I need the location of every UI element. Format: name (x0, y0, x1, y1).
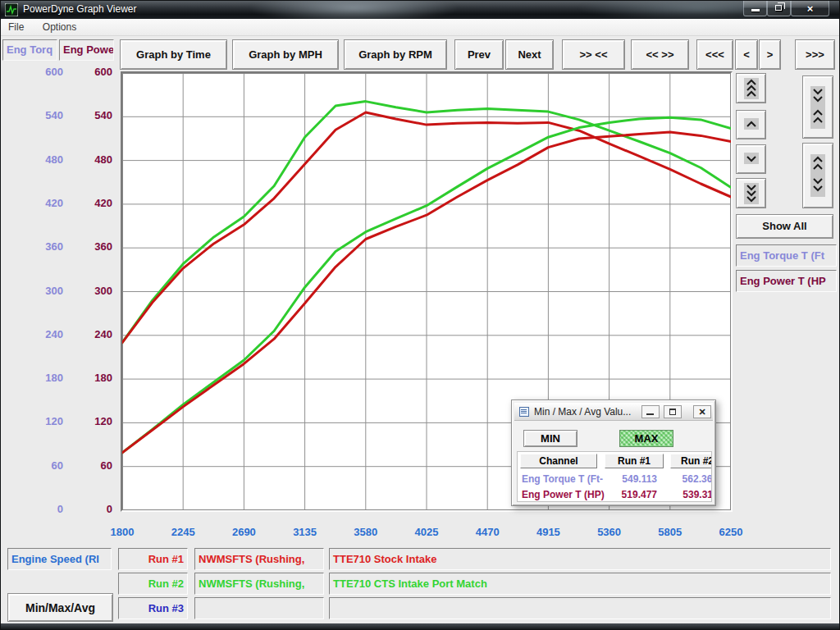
minimize-icon (751, 9, 760, 11)
y-tick-torque-540: 540 (25, 109, 63, 121)
x-tick-1800: 1800 (98, 526, 147, 538)
table-cell-value: 549.113 (606, 473, 657, 485)
run-desc-1[interactable]: TTE710 Stock Intake (329, 548, 831, 570)
minimize-button[interactable] (743, 1, 767, 16)
x-tick-2245: 2245 (158, 526, 208, 538)
collapse-vertical-icon (810, 86, 825, 129)
x-tick-2690: 2690 (219, 526, 268, 538)
restore-button[interactable] (767, 1, 791, 16)
x-tick-4470: 4470 (463, 526, 512, 538)
power-channel-label[interactable]: Eng Power T (HP (736, 270, 837, 292)
minimize-icon (646, 413, 654, 415)
y-tick-torque-600: 600 (25, 66, 63, 78)
engine-speed-channel-box[interactable]: Engine Speed (RI (7, 548, 112, 570)
close-icon: ✕ (698, 407, 705, 417)
toolbar-button-nav[interactable]: << >> (631, 39, 689, 70)
minmax-avg-button[interactable]: Min/Max/Avg (7, 593, 113, 622)
titlebar[interactable]: PowerDyne Graph Viewer × (1, 1, 839, 19)
dialog-title: Min / Max / Avg Valu... (534, 406, 631, 418)
y-tick-power-60: 60 (75, 459, 112, 472)
toolbar-button-nav[interactable]: >>> (795, 39, 835, 70)
run-dyno-2[interactable]: NWMSFTS (Rushing, (194, 573, 324, 595)
column-header-channel[interactable]: Channel (520, 454, 597, 468)
y-tick-torque-0: 0 (25, 503, 63, 515)
run-dyno-1[interactable]: NWMSFTS (Rushing, (194, 548, 324, 570)
close-icon: × (807, 2, 814, 15)
y-tick-power-600: 600 (75, 66, 112, 78)
toolbar-button-graph-by-time[interactable]: Graph by Time (120, 39, 227, 70)
chevron-down-icon (744, 153, 759, 164)
close-button[interactable]: × (791, 1, 829, 16)
run-dyno-3[interactable] (194, 597, 324, 619)
y-tick-torque-120: 120 (25, 415, 63, 427)
scale-up-fast-button[interactable] (736, 73, 766, 103)
min-toggle-button[interactable]: MIN (523, 430, 578, 447)
menubar: File Options (1, 19, 839, 36)
show-all-button[interactable]: Show All (736, 214, 833, 239)
aero-glass-highlight (247, 1, 460, 19)
column-header-run2[interactable]: Run #2 (670, 454, 712, 468)
table-cell-channel: Eng Power T (HP) (522, 489, 605, 500)
chevron-triple-up-icon (744, 78, 759, 99)
minmax-dialog[interactable]: Min / Max / Avg Valu... ✕ MIN MAX Channe… (511, 399, 716, 506)
x-tick-3580: 3580 (341, 526, 390, 538)
channel-button-eng-power[interactable]: Eng Powe (59, 39, 114, 61)
menu-options[interactable]: Options (35, 19, 84, 35)
channel-button-eng-torque[interactable]: Eng Torq (2, 39, 57, 61)
y-tick-power-180: 180 (75, 372, 112, 384)
y-tick-torque-300: 300 (25, 285, 63, 297)
toolbar-button-prev[interactable]: Prev (454, 39, 504, 70)
y-tick-power-540: 540 (75, 109, 112, 121)
scale-up-button[interactable] (736, 110, 766, 139)
restore-icon (775, 5, 782, 11)
minmax-dialog-titlebar[interactable]: Min / Max / Avg Valu... ✕ (514, 403, 713, 421)
window-title: PowerDyne Graph Viewer (23, 3, 137, 15)
y-tick-torque-360: 360 (25, 240, 63, 253)
toolbar-button-graph-by-rpm[interactable]: Graph by RPM (344, 39, 447, 70)
scale-down-fast-button[interactable] (736, 178, 766, 208)
toolbar-button-nav[interactable]: <<< (696, 39, 733, 70)
dialog-close-button[interactable]: ✕ (693, 405, 711, 418)
chevron-triple-down-icon (744, 183, 759, 204)
table-cell-value: 519.477 (606, 489, 657, 500)
y-tick-torque-240: 240 (25, 328, 63, 340)
y-tick-power-120: 120 (75, 415, 112, 427)
x-tick-4025: 4025 (402, 526, 451, 538)
toolbar-button-nav[interactable]: >> << (562, 39, 625, 70)
app-icon (5, 3, 18, 16)
y-tick-torque-60: 60 (25, 459, 63, 472)
table-cell-value: 562.362 (670, 473, 712, 485)
y-tick-power-420: 420 (75, 197, 112, 209)
expand-vertical-icon (810, 154, 825, 197)
run-desc-2[interactable]: TTE710 CTS Intake Port Match (329, 573, 831, 595)
run-label-1[interactable]: Run #1 (118, 548, 188, 570)
toolbar-button-nav[interactable]: > (759, 39, 781, 70)
table-cell-channel: Eng Torque T (Ft- (522, 473, 603, 485)
y-tick-torque-420: 420 (25, 197, 63, 209)
expand-scale-button[interactable] (802, 143, 833, 208)
x-tick-6250: 6250 (706, 526, 756, 538)
collapse-scale-button[interactable] (802, 75, 833, 139)
torque-channel-label[interactable]: Eng Torque T (Ft (736, 244, 837, 267)
window-bottom-border (1, 623, 839, 629)
run-label-3[interactable]: Run #3 (118, 597, 188, 619)
dialog-icon (519, 407, 529, 417)
x-tick-3135: 3135 (281, 526, 330, 538)
max-toggle-button[interactable]: MAX (619, 430, 673, 447)
x-tick-5360: 5360 (585, 526, 634, 538)
y-tick-power-0: 0 (75, 503, 112, 515)
menu-file[interactable]: File (1, 19, 31, 35)
toolbar-button-graph-by-mph[interactable]: Graph by MPH (232, 39, 339, 70)
y-tick-power-480: 480 (75, 153, 112, 166)
dialog-minimize-button[interactable] (641, 405, 660, 418)
scale-down-button[interactable] (736, 144, 766, 174)
run-label-2[interactable]: Run #2 (118, 573, 188, 595)
dialog-maximize-button[interactable] (664, 405, 682, 418)
y-tick-power-360: 360 (75, 240, 112, 253)
toolbar-button-next[interactable]: Next (505, 39, 554, 70)
powerdyne-window: PowerDyne Graph Viewer × File Options En… (0, 0, 840, 630)
run-desc-3[interactable] (329, 597, 831, 619)
toolbar-button-nav[interactable]: < (735, 39, 758, 70)
table-cell-value: 539.311 (670, 489, 712, 500)
column-header-run1[interactable]: Run #1 (605, 454, 664, 468)
